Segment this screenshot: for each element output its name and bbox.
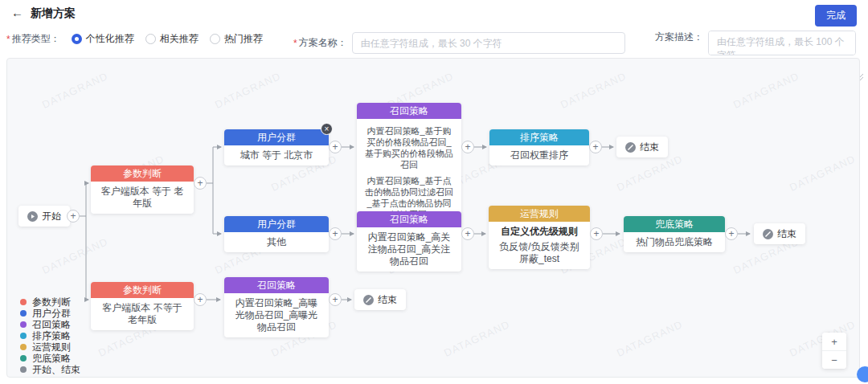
watermark: DATAGRAND — [731, 70, 801, 111]
legend-dot — [20, 344, 27, 350]
flow-node-end-2[interactable]: 结束 — [754, 223, 805, 244]
radio-label: 相关推荐 — [160, 32, 199, 46]
node-title: 召回策略 — [357, 103, 461, 119]
required-mark: * — [293, 38, 297, 49]
node-title: 参数判断 — [91, 165, 194, 182]
add-node-button[interactable] — [589, 141, 602, 153]
plan-name-input[interactable] — [352, 32, 625, 54]
node-title: 用户分群 — [224, 216, 329, 232]
legend-dot — [20, 333, 27, 339]
done-button[interactable]: 完成 — [815, 5, 857, 27]
legend-dot — [20, 321, 27, 328]
legend-dot — [20, 299, 27, 305]
radio-unchecked-icon[interactable] — [210, 34, 220, 44]
node-label: 结束 — [378, 293, 397, 307]
node-title: 用户分群 — [224, 129, 329, 145]
node-body: 其他 — [224, 232, 329, 252]
node-body: 召回权重排序 — [489, 145, 589, 165]
close-icon[interactable] — [321, 123, 333, 135]
node-title: 兜底策略 — [624, 216, 725, 232]
watermark: DATAGRAND — [40, 235, 110, 276]
flow-canvas[interactable]: DATAGRANDDATAGRANDDATAGRANDDATAGRANDDATA… — [6, 58, 860, 378]
node-body: 客户端版本 不等于 老年版 — [91, 298, 194, 330]
plan-desc-input[interactable] — [708, 31, 856, 55]
add-node-button[interactable] — [461, 227, 474, 240]
flow-edge — [86, 216, 88, 300]
add-node-button[interactable] — [590, 227, 603, 240]
add-node-button[interactable] — [461, 141, 474, 153]
add-node-button[interactable] — [67, 210, 80, 223]
recommend-type-field: * 推荐类型： 个性化推荐 相关推荐 热门推荐 — [6, 32, 263, 46]
radio-label: 个性化推荐 — [86, 32, 134, 46]
watermark: DATAGRAND — [213, 70, 283, 111]
flow-node-start[interactable]: 开始 — [18, 206, 70, 227]
flow-node-recall-3[interactable]: 召回策略 内置召回策略_高曝光物品召回_高曝光物品召回 — [224, 277, 329, 337]
flow-node-user-segment-1[interactable]: 用户分群 城市 等于 北京市 — [224, 129, 329, 165]
plan-name-label: 方案名称： — [299, 36, 347, 50]
plan-desc-label: 方案描述： — [655, 31, 703, 44]
node-body: 热门物品兜底策略 — [624, 232, 725, 252]
radio-label: 热门推荐 — [224, 32, 263, 46]
watermark: DATAGRAND — [442, 318, 512, 359]
start-icon — [27, 211, 38, 222]
node-body-title: 自定义优先级规则 — [495, 226, 583, 238]
flow-edge — [207, 147, 221, 183]
radio-unchecked-icon[interactable] — [145, 34, 156, 44]
node-title: 运营规则 — [489, 206, 590, 222]
page-title: 新增方案 — [31, 6, 76, 21]
end-icon — [363, 295, 374, 305]
radio-related[interactable]: 相关推荐 — [145, 32, 199, 46]
flow-node-recall-2[interactable]: 召回策略 内置召回策略_高关注物品召回_高关注物品召回 — [357, 211, 461, 272]
node-body: 城市 等于 北京市 — [224, 145, 329, 165]
add-node-button[interactable] — [329, 227, 342, 240]
node-body-line: 负反馈/负反馈类别屏蔽_test — [495, 241, 583, 265]
flow-node-recall-1[interactable]: 召回策略 内置召回策略_基于购买的价格段物品召回_基于购买的价格段物品召回 内置… — [357, 103, 461, 227]
add-node-button[interactable] — [329, 141, 342, 153]
radio-hot[interactable]: 热门推荐 — [210, 32, 263, 46]
legend-dot — [20, 366, 27, 373]
flow-node-param-judge-1[interactable]: 参数判断 客户端版本 等于 老年版 — [91, 165, 194, 214]
flow-node-fallback-1[interactable]: 兜底策略 热门物品兜底策略 — [624, 216, 725, 252]
add-node-button[interactable] — [725, 227, 738, 240]
radio-checked-icon[interactable] — [72, 34, 82, 44]
legend-dot — [20, 355, 27, 362]
flow-node-end-1[interactable]: 结束 — [616, 137, 668, 157]
flow-node-operation-rule-1[interactable]: 运营规则 自定义优先级规则 负反馈/负反馈类别屏蔽_test — [489, 206, 590, 269]
plan-form: * 推荐类型： 个性化推荐 相关推荐 热门推荐 * 方案名称： 方案描述： — [0, 24, 868, 56]
add-node-button[interactable] — [194, 177, 207, 190]
zoom-controls: + − — [822, 333, 846, 369]
back-icon[interactable]: ← — [11, 6, 23, 19]
legend-dot — [20, 310, 27, 317]
legend-item: 开始、结束 — [20, 364, 80, 375]
flow-node-param-judge-2[interactable]: 参数判断 客户端版本 不等于 老年版 — [91, 282, 194, 330]
node-label: 结束 — [640, 141, 659, 154]
node-label: 开始 — [42, 210, 61, 223]
flow-node-end-3[interactable]: 结束 — [354, 289, 406, 310]
end-icon — [763, 229, 773, 239]
watermark: DATAGRAND — [615, 153, 685, 194]
recommend-type-label: 推荐类型： — [12, 32, 60, 46]
watermark: DATAGRAND — [559, 70, 628, 111]
flow-node-sort-1[interactable]: 排序策略 召回权重排序 — [489, 129, 589, 165]
plan-desc-field: 方案描述： — [655, 31, 856, 55]
flow-edge — [213, 183, 221, 234]
add-node-button[interactable] — [329, 293, 342, 306]
required-mark: * — [6, 34, 10, 45]
radio-personalized[interactable]: 个性化推荐 — [72, 32, 134, 46]
watermark: DATAGRAND — [40, 70, 110, 111]
add-node-button[interactable] — [194, 293, 207, 306]
watermark: DATAGRAND — [788, 153, 858, 194]
node-body-line: 内置召回策略_基于购买的价格段物品召回_基于购买的价格段物品召回 — [363, 125, 455, 170]
plan-name-field: * 方案名称： — [293, 32, 625, 54]
zoom-in-button[interactable]: + — [822, 333, 846, 350]
flow-node-user-segment-2[interactable]: 用户分群 其他 — [224, 216, 329, 252]
flow-edge — [80, 183, 88, 216]
watermark: DATAGRAND — [615, 318, 685, 359]
node-title: 召回策略 — [357, 211, 461, 227]
zoom-out-button[interactable]: − — [822, 351, 846, 369]
node-body: 客户端版本 等于 老年版 — [91, 182, 194, 214]
node-label: 结束 — [777, 227, 796, 241]
node-body: 内置召回策略_高曝光物品召回_高曝光物品召回 — [224, 293, 329, 337]
end-icon — [625, 142, 636, 153]
floating-help-badge[interactable] — [857, 366, 868, 382]
